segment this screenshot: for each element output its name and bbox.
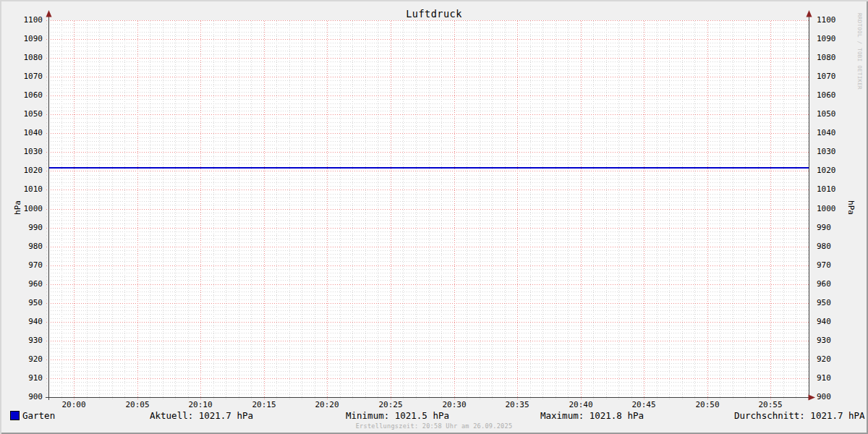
y-tick-label-left: 910 (0, 374, 43, 383)
y-tick-label-left: 1050 (0, 110, 43, 119)
y-tick-label-right: 930 (817, 336, 846, 345)
y-tick-label-left: 900 (0, 393, 43, 401)
y-tick-label-left: 950 (0, 299, 43, 307)
x-tick-label: 20:50 (686, 401, 729, 409)
y-tick-label-right: 1080 (817, 54, 846, 62)
y-tick-label-left: 1020 (0, 166, 43, 175)
y-tick-label-left: 940 (0, 318, 43, 326)
y-tick-label-right: 920 (817, 355, 846, 364)
chart-title: Luftdruck (0, 9, 868, 19)
y-tick-label-right: 940 (817, 318, 846, 326)
y-tick-label-left: 1000 (0, 205, 43, 213)
y-tick-label-left: 1010 (0, 185, 43, 194)
y-tick-label-right: 990 (817, 224, 846, 232)
y-tick-label-left: 1080 (0, 54, 43, 62)
y-tick-label-left: 1070 (0, 72, 43, 81)
y-tick-label-left: 990 (0, 224, 43, 232)
y-tick-label-right: 910 (817, 374, 846, 383)
x-tick-label: 20:30 (433, 401, 476, 409)
chart-canvas (0, 0, 868, 434)
stat-aktuell: Aktuell: 1021.7 hPa (150, 411, 253, 420)
y-tick-label-left: 1060 (0, 91, 43, 100)
y-tick-label-right: 1090 (817, 35, 846, 43)
y-tick-label-right: 970 (817, 261, 846, 270)
y-tick-label-right: 1010 (817, 185, 846, 194)
y-tick-label-left: 960 (0, 280, 43, 289)
y-tick-label-right: 1000 (817, 205, 846, 213)
legend-row: Garten Aktuell: 1021.7 hPa Minimum: 1021… (0, 411, 868, 421)
y-tick-label-left: 1100 (0, 16, 43, 25)
stat-minimum: Minimum: 1021.5 hPa (346, 411, 449, 420)
legend-series-label: Garten (22, 411, 55, 420)
y-tick-label-left: 970 (0, 261, 43, 270)
y-tick-label-left: 920 (0, 355, 43, 364)
x-tick-label: 20:15 (242, 401, 286, 409)
y-tick-label-right: 1100 (817, 16, 846, 25)
y-tick-label-left: 1040 (0, 129, 43, 137)
creation-time-footer: Erstellungszeit: 20:58 Uhr am 26.09.2025 (0, 423, 868, 430)
y-tick-label-left: 980 (0, 242, 43, 251)
x-tick-label: 20:55 (749, 401, 792, 409)
y-tick-label-right: 1030 (817, 148, 846, 156)
stat-maximum: Maximum: 1021.8 hPa (540, 411, 644, 420)
x-tick-label: 20:25 (369, 401, 412, 409)
y-axis-unit-right: hPa (846, 193, 856, 222)
watermark-text: RRDTOOL / TOBI OETIKER (856, 13, 863, 90)
y-tick-label-right: 900 (817, 393, 846, 401)
rrdtool-graph: Luftdruck hPa hPa 9009109209309409509609… (0, 0, 868, 434)
x-tick-label: 20:10 (179, 401, 222, 409)
y-tick-label-right: 1060 (817, 91, 846, 100)
y-tick-label-right: 950 (817, 299, 846, 307)
legend-swatch-garten (10, 411, 20, 420)
x-tick-label: 20:05 (116, 401, 159, 409)
y-tick-label-right: 1020 (817, 166, 846, 175)
x-tick-label: 20:40 (559, 401, 603, 409)
y-tick-label-left: 1030 (0, 148, 43, 156)
y-tick-label-left: 1090 (0, 35, 43, 43)
y-tick-label-right: 1050 (817, 110, 846, 119)
x-tick-label: 20:00 (52, 401, 95, 409)
stat-durchschnitt: Durchschnitt: 1021.7 hPA (734, 411, 865, 420)
y-tick-label-right: 960 (817, 280, 846, 289)
x-tick-label: 20:45 (622, 401, 665, 409)
x-tick-label: 20:35 (495, 401, 539, 409)
y-tick-label-right: 980 (817, 242, 846, 251)
y-tick-label-left: 930 (0, 336, 43, 345)
x-tick-label: 20:20 (305, 401, 349, 409)
y-tick-label-right: 1070 (817, 72, 846, 81)
y-tick-label-right: 1040 (817, 129, 846, 137)
